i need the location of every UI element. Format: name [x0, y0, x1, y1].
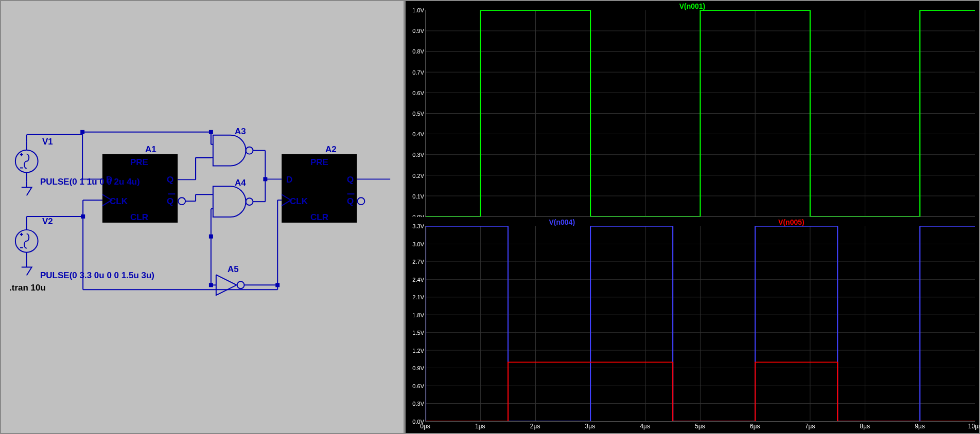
plot-vn001[interactable]: V(n001) 1.0V0.9V0.8V0.7V0.6V0.5V0.4V0.3V…	[406, 1, 979, 217]
a1-q: Q	[167, 175, 173, 185]
v2-params[interactable]: PULSE(0 3.3 0u 0 0 1.5u 3u)	[40, 270, 154, 281]
x-tick: 1µs	[475, 423, 485, 430]
x-tick: 7µs	[805, 423, 815, 430]
y-tick: 0.6V	[412, 383, 424, 389]
y-tick: 1.8V	[412, 312, 424, 318]
schematic-panel[interactable]: V1 PULSE(0 1 1u 0 0 2u 4u) V2 PULSE(0 3.…	[0, 0, 405, 434]
a2-pre: PRE	[310, 157, 328, 168]
y-axis-plot1: 1.0V0.9V0.8V0.7V0.6V0.5V0.4V0.3V0.2V0.1V…	[406, 10, 425, 217]
svg-point-0	[15, 150, 38, 173]
a2-label[interactable]: A2	[325, 144, 337, 155]
svg-point-48	[237, 281, 244, 288]
a1-d: D	[106, 175, 112, 185]
y-tick: 0.9V	[412, 365, 424, 371]
svg-rect-56	[263, 177, 267, 181]
svg-point-10	[15, 230, 38, 252]
y-tick: 1.2V	[412, 348, 424, 354]
y-tick: 0.8V	[412, 48, 424, 55]
svg-point-24	[178, 197, 185, 205]
svg-rect-58	[209, 283, 213, 287]
x-tick: 4µs	[640, 423, 650, 430]
trace-label-vn005[interactable]: V(n005)	[778, 218, 804, 226]
x-tick: 3µs	[585, 423, 596, 430]
a2-qbar: Q	[347, 196, 354, 207]
y-tick: 0.9V	[412, 28, 424, 34]
waveform-svg-2	[426, 226, 975, 421]
a5-label[interactable]: A5	[227, 264, 239, 275]
y-tick: 0.2V	[412, 173, 424, 179]
a2-q: Q	[347, 175, 354, 185]
waveform-svg-1	[426, 10, 975, 216]
a1-pre: PRE	[130, 157, 148, 168]
schematic-canvas	[1, 1, 404, 433]
v1-params[interactable]: PULSE(0 1 1u 0 0 2u 4u)	[40, 177, 140, 187]
plot-vn004-vn005[interactable]: V(n004) V(n005) 3.3V3.0V2.7V2.4V2.1V1.8V…	[406, 217, 979, 433]
a1-label[interactable]: A1	[145, 144, 156, 155]
plot-area-2[interactable]	[425, 226, 975, 422]
a2-clk: CLK	[290, 196, 308, 207]
x-tick: 8µs	[860, 423, 870, 430]
svg-point-35	[246, 198, 253, 205]
svg-rect-54	[209, 130, 213, 134]
svg-rect-55	[209, 234, 213, 239]
x-tick: 0µs	[420, 423, 430, 430]
plot-area-1[interactable]	[425, 10, 975, 217]
tran-directive[interactable]: .tran 10u	[9, 283, 46, 293]
y-tick: 0.6V	[412, 90, 424, 96]
svg-point-32	[246, 147, 253, 154]
trace-label-vn001[interactable]: V(n001)	[679, 2, 706, 10]
a3-label[interactable]: A3	[235, 126, 246, 137]
a2-d: D	[286, 175, 292, 185]
y-tick: 0.7V	[412, 69, 424, 76]
svg-rect-53	[81, 214, 85, 219]
y-tick: 1.0V	[412, 7, 424, 13]
svg-point-26	[357, 197, 364, 205]
y-tick: 1.5V	[412, 330, 424, 336]
a1-clr: CLR	[130, 212, 148, 223]
svg-rect-52	[80, 130, 84, 134]
v2-label[interactable]: V2	[42, 216, 53, 227]
a1-clk: CLK	[110, 196, 128, 207]
x-tick: 9µs	[915, 423, 925, 430]
y-tick: 0.3V	[412, 401, 424, 407]
a4-label[interactable]: A4	[235, 178, 246, 188]
y-tick: 0.3V	[412, 152, 424, 158]
y-tick: 2.1V	[412, 294, 424, 300]
y-tick: 3.3V	[412, 223, 424, 229]
a1-qbar: Q	[167, 196, 173, 207]
svg-rect-57	[275, 283, 279, 287]
y-tick: 2.7V	[412, 259, 424, 265]
x-tick: 10µs	[968, 423, 980, 430]
v1-label[interactable]: V1	[42, 137, 53, 147]
x-tick: 5µs	[695, 423, 705, 430]
y-tick: 0.4V	[412, 131, 424, 137]
y-tick: 2.4V	[412, 277, 424, 283]
y-tick: 0.1V	[412, 193, 424, 200]
y-axis-plot2: 3.3V3.0V2.7V2.4V2.1V1.8V1.5V1.2V0.9V0.6V…	[406, 226, 425, 422]
a2-clr: CLR	[310, 212, 328, 223]
waveform-panel[interactable]: V(n001) 1.0V0.9V0.8V0.7V0.6V0.5V0.4V0.3V…	[405, 0, 980, 434]
y-tick: 3.0V	[412, 241, 424, 247]
y-tick: 0.5V	[412, 111, 424, 117]
trace-label-vn004[interactable]: V(n004)	[549, 218, 575, 226]
x-axis-plot2: 0µs1µs2µs3µs4µs5µs6µs7µs8µs9µs10µs	[425, 422, 975, 433]
x-tick: 6µs	[750, 423, 760, 430]
x-tick: 2µs	[530, 423, 540, 430]
